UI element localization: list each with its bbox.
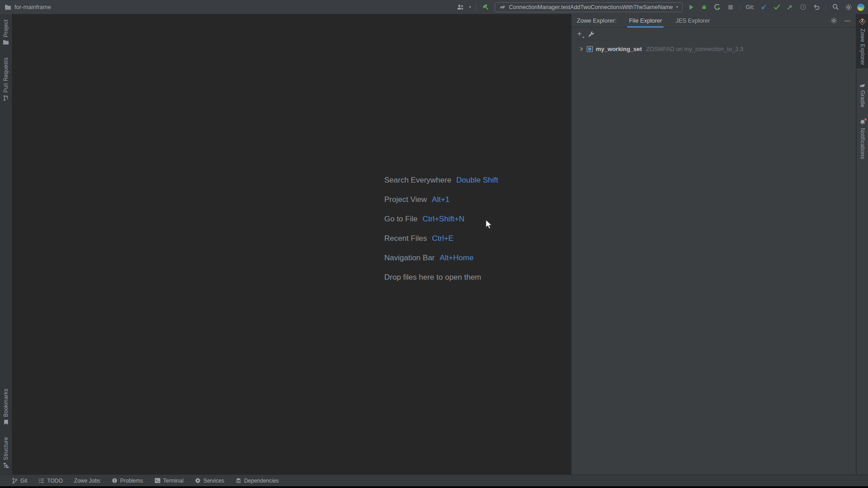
statusbar-label: Terminal xyxy=(163,478,184,484)
shortcut-row: Navigation Bar Alt+Home xyxy=(384,248,498,267)
structure-icon xyxy=(3,462,9,468)
left-tool-window-stripe: Project Pull Requests Bookmarks xyxy=(0,14,12,474)
pull-requests-stripe-label: Pull Requests xyxy=(3,57,9,93)
statusbar-item-todo[interactable]: TODO xyxy=(38,478,62,484)
working-set-tree-item[interactable]: my_working_set ZOSMFAD on my_connection_… xyxy=(571,43,856,55)
notification-badge-dot xyxy=(864,118,867,121)
gradle-stripe-label: Gradle xyxy=(859,90,866,108)
sidebar-item-structure[interactable]: Structure xyxy=(3,434,9,471)
panel-settings-gear-icon[interactable] xyxy=(830,17,837,24)
statusbar-item-git[interactable]: Git xyxy=(12,478,27,484)
sidebar-item-bookmarks[interactable]: Bookmarks xyxy=(3,386,9,428)
code-with-me-users-icon[interactable] xyxy=(456,3,465,12)
git-label: Git: xyxy=(746,4,755,10)
sidebar-item-pull-requests[interactable]: Pull Requests xyxy=(3,55,9,104)
shortcut-action: Go to File xyxy=(384,215,418,224)
folder-icon xyxy=(3,39,9,45)
history-clock-icon xyxy=(798,3,807,12)
git-push-icon[interactable] xyxy=(785,3,794,12)
statusbar-item-zowe-jobs[interactable]: Zowe Jobs xyxy=(74,478,100,484)
sidebar-item-gradle[interactable]: Gradle xyxy=(857,80,868,111)
bookmarks-stripe-label: Bookmarks xyxy=(3,389,9,417)
users-dropdown-caret[interactable]: ▾ xyxy=(469,5,471,9)
notifications-stripe-label: Notifications xyxy=(859,128,866,159)
sidebar-item-zowe-explorer[interactable]: Z Zowe Explorer xyxy=(857,14,868,68)
shortcut-action: Project View xyxy=(384,195,427,204)
statusbar-item-problems[interactable]: Problems xyxy=(112,478,143,484)
gradle-icon xyxy=(499,5,506,9)
edit-wrench-icon[interactable] xyxy=(588,31,594,37)
run-configuration-dropdown[interactable]: ConnectionManager.testAddTwoConnectionsW… xyxy=(495,2,683,12)
bookmark-icon xyxy=(4,419,9,425)
shortcut-row: Search Everywhere Double Shift xyxy=(384,170,498,190)
shortcut-action: Recent Files xyxy=(384,234,427,243)
mouse-cursor xyxy=(486,220,492,230)
zowe-explorer-panel: Zowe Explorer: File Explorer JES Explore… xyxy=(571,14,856,474)
toolbar-separator xyxy=(740,4,741,11)
project-stripe-label: Project xyxy=(3,19,9,37)
statusbar-label: Problems xyxy=(120,478,143,484)
project-folder-icon xyxy=(5,4,11,10)
statusbar-label: Services xyxy=(203,478,224,484)
run-configuration-caret: ▾ xyxy=(676,5,678,9)
plus-caret-icon: ▾ xyxy=(583,36,585,39)
title-bar: for-mainframe ▾ Connectio xyxy=(0,0,868,14)
toolbar-separator xyxy=(826,4,826,11)
window-bottom-edge xyxy=(0,486,868,488)
shortcut-keys: Alt+1 xyxy=(432,195,449,204)
zowe-explorer-stripe-label: Zowe Explorer xyxy=(859,28,866,65)
git-commit-icon[interactable] xyxy=(772,3,781,12)
working-set-detail: ZOSMFAD on my_connection_to_2.3 xyxy=(646,46,743,52)
drop-hint-row: Drop files here to open them xyxy=(384,267,498,287)
tab-file-explorer[interactable]: File Explorer xyxy=(629,14,662,28)
search-everywhere-icon[interactable] xyxy=(831,3,840,12)
keyboard-shortcuts-hint: Search Everywhere Double Shift Project V… xyxy=(384,170,498,287)
sidebar-item-notifications[interactable]: Notifications xyxy=(857,116,868,162)
pull-request-icon xyxy=(3,95,9,101)
statusbar-item-services[interactable]: Services xyxy=(195,478,224,484)
shortcut-keys: Ctrl+E xyxy=(432,234,453,243)
ide-plugin-sphere-icon[interactable] xyxy=(857,4,864,11)
working-set-name: my_working_set xyxy=(596,46,642,52)
shortcut-action: Search Everywhere xyxy=(384,176,451,185)
tab-jes-explorer[interactable]: JES Explorer xyxy=(675,14,710,28)
working-set-icon xyxy=(587,46,593,52)
editor-empty-area: Search Everywhere Double Shift Project V… xyxy=(13,14,571,474)
zowe-panel-header: Zowe Explorer: File Explorer JES Explore… xyxy=(571,14,856,28)
run-with-coverage-icon[interactable] xyxy=(713,3,722,12)
toolbar-separator xyxy=(476,4,476,11)
project-name: for-mainframe xyxy=(14,4,51,10)
shortcut-keys: Alt+Home xyxy=(440,253,474,263)
run-icon[interactable] xyxy=(687,3,696,12)
zowe-panel-title: Zowe Explorer: xyxy=(577,17,616,24)
panel-hide-icon[interactable]: — xyxy=(844,18,850,23)
zowe-panel-toolbar: + ▾ xyxy=(571,28,856,40)
shortcut-keys: Ctrl+Shift+N xyxy=(423,215,465,224)
statusbar-item-dependencies[interactable]: Dependencies xyxy=(236,478,279,484)
statusbar-label: Zowe Jobs xyxy=(74,478,100,484)
debug-icon[interactable] xyxy=(700,3,709,12)
statusbar-label: TODO xyxy=(47,478,62,484)
chevron-right-icon[interactable] xyxy=(579,47,584,52)
structure-stripe-label: Structure xyxy=(3,437,9,460)
sidebar-item-project[interactable]: Project xyxy=(3,17,9,47)
drop-files-hint: Drop files here to open them xyxy=(384,273,481,282)
notifications-bell-icon xyxy=(859,119,866,126)
plus-icon: + xyxy=(577,30,581,38)
shortcut-keys: Double Shift xyxy=(456,176,498,185)
shortcut-row: Project View Alt+1 xyxy=(384,190,498,209)
run-configuration-name: ConnectionManager.testAddTwoConnectionsW… xyxy=(509,4,673,10)
settings-gear-icon[interactable] xyxy=(844,3,853,12)
statusbar-label: Git xyxy=(20,478,27,484)
build-hammer-icon[interactable] xyxy=(480,0,492,13)
status-bar: Git TODO Zowe Jobs Problems Terminal xyxy=(0,474,868,486)
git-update-icon[interactable] xyxy=(759,3,768,12)
stop-icon xyxy=(726,3,735,12)
statusbar-label: Dependencies xyxy=(244,478,279,484)
rollback-icon[interactable] xyxy=(811,3,821,12)
add-working-set-button[interactable]: + ▾ xyxy=(577,30,581,38)
zowe-icon: Z xyxy=(859,18,866,25)
shortcut-row: Recent Files Ctrl+E xyxy=(384,229,498,248)
right-tool-window-stripe: Z Zowe Explorer Gradle Notifications xyxy=(856,14,868,474)
statusbar-item-terminal[interactable]: Terminal xyxy=(155,478,184,484)
